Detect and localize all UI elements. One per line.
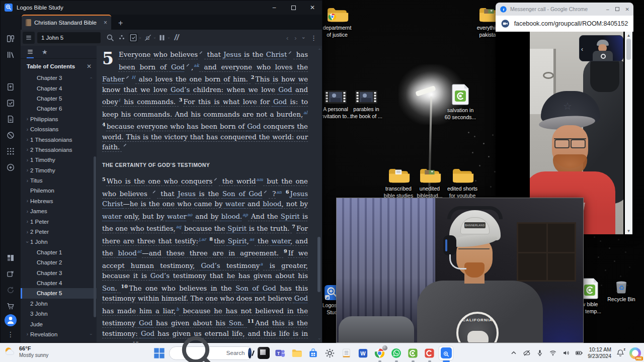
scroll-down-icon[interactable]: › (317, 338, 322, 340)
chevron-down-icon[interactable]: › (152, 37, 157, 39)
apps-grid-icon[interactable] (6, 146, 16, 156)
workflow-icon[interactable] (6, 98, 16, 108)
taskbar-app-store[interactable] (306, 346, 320, 360)
pronunciation-pen-icon[interactable] (213, 177, 218, 182)
toc-item-chapter-3[interactable]: Chapter 3 (21, 267, 97, 278)
toc-item-2-thessalonians[interactable]: ›2 Thessalonians (21, 145, 97, 155)
chevron-down-icon[interactable]: › (138, 37, 142, 39)
chevron-right-icon[interactable]: › (25, 178, 30, 184)
main-scrollbar-thumb[interactable] (317, 237, 320, 292)
chevron-right-icon[interactable]: › (25, 198, 30, 204)
footnote-marker[interactable]: am (256, 177, 264, 182)
chevron-up-icon[interactable] (509, 349, 518, 357)
minimize-button[interactable]: – (606, 7, 609, 12)
taskbar-app-whatsapp[interactable] (389, 346, 403, 360)
scroll-up-icon[interactable]: ▲ (627, 32, 631, 39)
toc-item-chapter-5[interactable]: Chapter 5 (21, 94, 97, 104)
tab-close-icon[interactable]: × (104, 19, 107, 26)
footnote-marker[interactable]: ao (187, 212, 193, 217)
battery-icon[interactable] (575, 349, 583, 357)
guides-icon[interactable] (6, 130, 16, 140)
chevron-right-icon[interactable]: › (25, 116, 30, 122)
logos-titlebar[interactable]: Logos Bible Study – ✕ (1, 1, 322, 15)
footnote-marker[interactable]: c (258, 341, 261, 342)
taskbar-search[interactable]: Search (169, 346, 254, 360)
pronunciation-pen-icon[interactable] (263, 190, 268, 194)
footnote-marker[interactable]: H (131, 75, 135, 80)
parallel-resources-button[interactable]: // (172, 33, 181, 42)
chevron-right-icon[interactable]: › (25, 219, 30, 224)
footnote-marker[interactable]: ak (193, 63, 199, 68)
toc-item-2-peter[interactable]: ›2 Peter (21, 227, 97, 237)
start-button[interactable] (152, 346, 166, 360)
taskbar-app-camtasia[interactable] (406, 346, 420, 360)
toc-item-chapter-5[interactable]: Chapter 5 (21, 288, 97, 298)
search-icon[interactable] (6, 66, 16, 76)
add-circle-icon[interactable] (6, 162, 16, 172)
search-button[interactable] (106, 33, 115, 42)
toc-scrollbar[interactable] (94, 156, 96, 317)
document-icon[interactable] (6, 114, 16, 124)
chevron-right-icon[interactable]: › (25, 147, 30, 152)
columns-button[interactable] (157, 33, 167, 42)
collapse-thumbnail-chevron[interactable]: ‹ (581, 46, 583, 53)
toc-item-hebrews[interactable]: ›Hebrews (21, 196, 97, 206)
footnote-marker[interactable]: at (137, 249, 142, 254)
toc-item-philemon[interactable]: Philemon (21, 186, 97, 196)
pronunciation-pen-icon[interactable] (123, 143, 127, 147)
chevron-right-icon[interactable]: › (25, 167, 30, 173)
toc-item-chapter-3[interactable]: Chapter 3› (21, 73, 97, 83)
desktop-icon-recycle-bin[interactable]: ♻Recycle Bin (599, 278, 643, 303)
taskbar-app-logos[interactable] (439, 346, 453, 360)
close-button[interactable]: ✕ (303, 1, 322, 15)
chevron-right-icon[interactable]: › (25, 209, 30, 214)
tab-christian-standard-bible[interactable]: Christian Standard Bible × (22, 15, 111, 30)
chevron-right-icon[interactable]: › (25, 229, 30, 235)
chevron-right-icon[interactable]: › (25, 127, 30, 132)
pronunciation-pen-icon[interactable] (199, 50, 203, 55)
footnote-marker[interactable]: an (276, 190, 282, 195)
scroll-up-icon[interactable]: › (317, 49, 322, 50)
scroll-down-icon[interactable]: ▼ (627, 227, 631, 234)
cloud-off-icon[interactable] (522, 349, 531, 357)
toc-tab-bookmarks[interactable]: ★ (42, 46, 48, 58)
desktop-icon-parables-in[interactable]: parables inthe book of ... (344, 89, 388, 120)
account-avatar[interactable] (5, 314, 17, 326)
notification-bell-button[interactable]: z (616, 348, 625, 357)
toc-item-chapter-4[interactable]: Chapter 4 (21, 83, 97, 93)
cart-icon[interactable] (6, 301, 16, 311)
chevron-right-icon[interactable]: › (25, 331, 30, 337)
footnote-marker[interactable]: aq (176, 224, 182, 229)
bible-icon[interactable] (6, 82, 16, 92)
messenger-url-bar[interactable]: facebook.com/groupcall/ROOM:84051529... (496, 16, 633, 32)
copilot-button[interactable]: PRE (629, 347, 641, 359)
forward-button[interactable]: › (294, 34, 296, 42)
maximize-button[interactable] (615, 7, 619, 11)
toc-item-1-john[interactable]: ›1 John (21, 237, 97, 247)
toc-item-philippians[interactable]: ›Philippians (21, 114, 97, 124)
chevron-down-icon[interactable]: › (167, 37, 171, 39)
messenger-titlebar[interactable]: f Messenger call - Google Chrome – ✕ (496, 3, 633, 16)
new-tab-button[interactable]: + (118, 19, 123, 30)
toc-item-jude[interactable]: Jude (21, 319, 97, 329)
scrollbar-thumb[interactable] (626, 39, 631, 60)
desktop-icon-edited-shorts[interactable]: edited shortsfor youtube (440, 165, 485, 200)
pronunciation-pen-icon[interactable] (186, 63, 190, 67)
pronunciation-pen-icon[interactable] (288, 50, 292, 55)
toc-item-1-peter[interactable]: ›1 Peter (21, 216, 97, 226)
toc-tab-contents[interactable] (27, 46, 34, 58)
more-options-button[interactable]: ⋮ (6, 329, 16, 339)
toc-item-chapter-1[interactable]: Chapter 1 (21, 247, 97, 257)
toc-item-titus[interactable]: ›Titus (21, 175, 97, 186)
taskbar-app-teams[interactable]: T (273, 346, 287, 360)
community-button[interactable] (117, 33, 126, 42)
maximize-button[interactable] (284, 1, 303, 15)
weather-widget[interactable]: 66°F Mostly sunny (3, 345, 48, 358)
taskbar-clock[interactable]: 10:12 AM 9/23/2024 (588, 346, 611, 359)
footnote-marker[interactable]: as (249, 237, 255, 242)
panel-kebab-menu[interactable]: ⋮ (310, 34, 317, 42)
scroll-down-icon[interactable]: › (89, 333, 94, 335)
messenger-scrollbar[interactable]: ▲ ▼ (625, 32, 632, 234)
desktop-icon-salvation-in[interactable]: salvation in60 seconds... (438, 83, 482, 121)
taskbar-app-camtasia-rec[interactable] (423, 346, 436, 360)
